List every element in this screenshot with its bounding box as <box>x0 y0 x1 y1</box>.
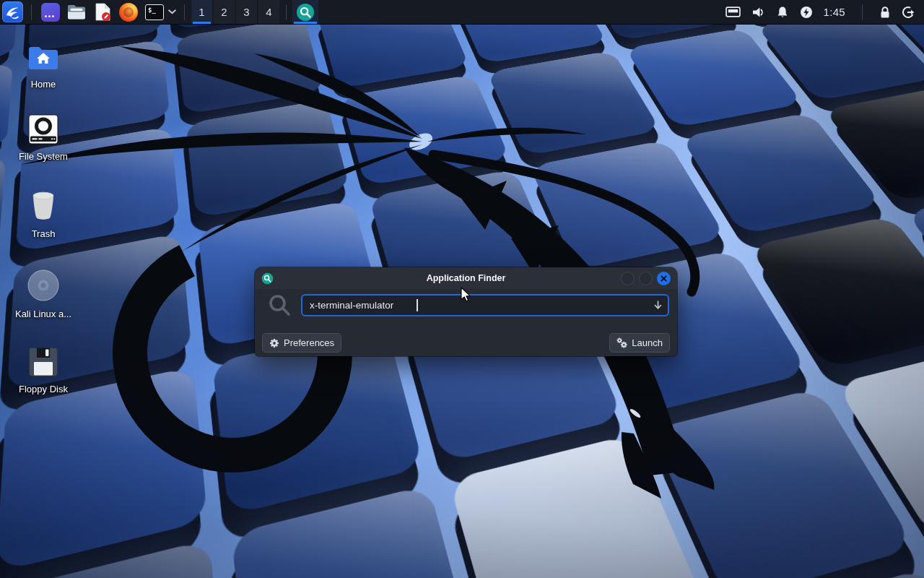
desktop-icon-home[interactable]: Home <box>3 43 84 90</box>
window-controls <box>616 272 671 285</box>
window-app-icon <box>261 272 274 285</box>
workspace-label: 3 <box>243 6 249 18</box>
panel-left-cluster: $_ 1 2 3 4 <box>0 0 318 24</box>
desktop-icon-trash[interactable]: Trash <box>3 190 84 239</box>
desktop-icon-label: Kali Linux a... <box>15 309 71 319</box>
cli-terminal-icon: $_ <box>145 4 164 20</box>
dialog-footer: Preferences Launch <box>262 333 670 353</box>
firefox-icon <box>119 3 138 22</box>
minimize-button[interactable] <box>621 272 635 285</box>
search-row <box>255 293 677 317</box>
text-editor-icon <box>95 2 111 22</box>
floppy-disk-icon <box>28 347 58 377</box>
launch-label: Launch <box>632 337 663 348</box>
workspace-button-3[interactable]: 3 <box>236 0 257 24</box>
panel-separator <box>862 4 863 20</box>
volume-icon[interactable] <box>751 6 765 19</box>
execute-gears-icon <box>616 337 627 348</box>
taskbar-button-application-finder[interactable] <box>292 0 318 24</box>
titlebar[interactable]: Application Finder <box>255 267 677 289</box>
panel-separator <box>184 4 185 20</box>
launch-button[interactable]: Launch <box>609 333 670 353</box>
desktop-icon-file-system[interactable]: File System <box>3 114 84 162</box>
desktop-icon-label: File System <box>19 151 68 162</box>
panel-right-cluster: 1:45 <box>725 0 924 24</box>
home-folder-icon <box>27 43 59 72</box>
workspace-button-4[interactable]: 4 <box>258 0 279 24</box>
desktop-icon-label: Trash <box>32 228 56 239</box>
text-caret <box>417 299 418 311</box>
launcher-dropdown-button[interactable] <box>168 9 176 14</box>
window-title: Application Finder <box>255 273 677 283</box>
panel-separator <box>31 4 32 20</box>
launcher-file-manager[interactable] <box>65 1 88 24</box>
panel-separator <box>286 4 287 20</box>
power-manager-icon[interactable] <box>800 6 813 19</box>
desktop-icon-floppy-disk[interactable]: Floppy Disk <box>3 347 84 394</box>
desktop-icon-label: Home <box>31 79 56 90</box>
gear-icon <box>269 338 279 348</box>
application-finder-icon <box>296 3 315 22</box>
disc-icon <box>27 269 60 302</box>
app-search-input[interactable] <box>301 294 669 316</box>
desktop: Home File System Trash Kali Linux a... <box>0 0 924 578</box>
preferences-button[interactable]: Preferences <box>262 333 341 353</box>
launcher-text-editor[interactable] <box>91 1 114 24</box>
lock-icon[interactable] <box>879 6 891 19</box>
chevron-down-icon <box>168 9 176 14</box>
kali-logo-icon <box>4 4 21 20</box>
desktop-icon-kali-linux[interactable]: Kali Linux a... <box>3 269 84 319</box>
terminal-prompt-glyph: $_ <box>148 7 156 14</box>
file-system-drive-icon <box>28 114 58 144</box>
workspace-label: 1 <box>199 6 204 18</box>
search-input-wrap <box>301 294 669 316</box>
preferences-label: Preferences <box>284 337 334 348</box>
workspace-label: 4 <box>266 6 271 18</box>
launcher-cli-terminal[interactable]: $_ <box>143 1 166 24</box>
terminal-emulator-icon <box>41 3 60 22</box>
close-button[interactable] <box>657 272 671 285</box>
keyboard-icon[interactable] <box>725 7 741 17</box>
logout-icon[interactable] <box>902 6 915 19</box>
dropdown-arrow-icon[interactable] <box>653 300 663 313</box>
close-icon <box>661 275 667 282</box>
clock[interactable]: 1:45 <box>824 6 845 18</box>
launcher-terminal-emulator[interactable] <box>39 1 62 24</box>
desktop-icon-label: Floppy Disk <box>19 384 68 394</box>
top-panel: $_ 1 2 3 4 <box>0 0 924 25</box>
workspace-button-2[interactable]: 2 <box>214 0 235 24</box>
workspace-button-1[interactable]: 1 <box>191 0 212 24</box>
trash-icon <box>30 190 57 222</box>
maximize-button[interactable] <box>639 272 653 285</box>
file-manager-icon <box>67 4 86 20</box>
search-icon <box>268 293 292 317</box>
workspace-label: 2 <box>221 6 227 18</box>
notifications-bell-icon[interactable] <box>776 6 789 19</box>
applications-menu-button[interactable] <box>2 1 23 22</box>
application-finder-window: Application Finder <box>255 267 677 356</box>
launcher-web-browser[interactable] <box>117 1 140 24</box>
